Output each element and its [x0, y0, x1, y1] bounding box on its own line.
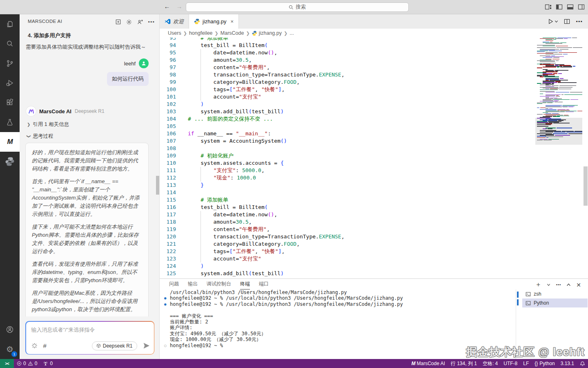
terminal-output[interactable]: /usr/local/bin/python3 /Users/hongfeilee…: [160, 289, 515, 359]
code-line: 105: [160, 123, 535, 130]
line-number: 112: [160, 174, 176, 182]
command-center-search[interactable]: 搜索: [186, 2, 409, 12]
sidebar-item-explorer[interactable]: [0, 14, 20, 34]
ports-status[interactable]: 0: [40, 359, 56, 368]
eol-status[interactable]: LF: [520, 359, 532, 368]
marscode-icon: M: [7, 138, 12, 146]
breadcrumb-item[interactable]: MarsCode: [220, 30, 244, 36]
terminal-line: 账户详情:: [160, 325, 515, 330]
close-panel-icon[interactable]: ✕: [576, 282, 581, 288]
more-actions-icon[interactable]: ⋯: [556, 282, 561, 288]
new-chat-icon[interactable]: [115, 19, 121, 25]
breadcrumb-item[interactable]: ...: [290, 30, 294, 36]
assistant-text: 需要添加具体功能实现或调整结构可以随时告诉我～: [26, 44, 153, 51]
nav-back-icon[interactable]: ←: [163, 3, 172, 10]
close-icon[interactable]: ×: [231, 18, 234, 25]
encoding-status[interactable]: UTF-8: [501, 359, 520, 368]
code-line: 107 system = AccountingSystem(): [160, 137, 535, 145]
sidebar-item-source-control[interactable]: [0, 54, 20, 73]
remote-indicator[interactable]: ><: [0, 359, 14, 368]
more-actions-icon[interactable]: ⋯: [148, 18, 154, 26]
breadcrumb-item[interactable]: hongfeilee: [189, 30, 213, 36]
bell-icon: [580, 361, 585, 366]
toggle-sidebar-icon[interactable]: [556, 4, 563, 10]
toggle-secondary-sidebar-icon[interactable]: [578, 4, 585, 10]
braces-icon: {}: [535, 361, 538, 366]
problems-status[interactable]: 0 0: [14, 359, 40, 368]
command-decoration-mark: [517, 292, 519, 298]
assistant-header: MarsCode AI Deepseek R1: [26, 106, 105, 116]
sidebar-item-run-debug[interactable]: [0, 73, 20, 93]
settings-button[interactable]: ⚙1: [0, 339, 20, 359]
python-version[interactable]: 3.13.1: [558, 359, 577, 368]
panel-tab-problems[interactable]: 问题: [169, 279, 179, 289]
breadcrumb[interactable]: Users❯hongfeilee❯MarsCode❯jizhang.py❯...: [160, 29, 588, 38]
minimap[interactable]: [535, 38, 582, 278]
indentation-status[interactable]: 空格: 4: [480, 359, 501, 368]
toggle-panel-icon[interactable]: [567, 4, 574, 10]
line-number: 115: [160, 196, 176, 204]
skills-icon[interactable]: [31, 343, 38, 349]
panel-tab-output[interactable]: 输出: [188, 279, 198, 289]
marscode-status[interactable]: MMarsCode AI: [408, 359, 448, 368]
sidebar-item-marscode[interactable]: M: [0, 132, 20, 152]
minimap-viewport[interactable]: [535, 118, 582, 145]
scrollbar-thumb[interactable]: [584, 166, 588, 206]
reference-toggle[interactable]: ❯ 引用 1 相关信息: [27, 121, 69, 128]
command-decoration: ●: [164, 301, 166, 307]
share-profile-icon[interactable]: [137, 19, 143, 25]
run-icon: [548, 18, 554, 25]
code-line: 103 system.add_bill(test_bill): [160, 108, 535, 115]
tab-jizhang-py[interactable]: jizhang.py ×: [189, 14, 239, 29]
panel-tab-debug-console[interactable]: 调试控制台: [207, 279, 231, 289]
send-icon[interactable]: [143, 342, 150, 349]
search-icon: [289, 5, 294, 10]
notifications-button[interactable]: [577, 359, 588, 368]
cursor-position[interactable]: 行 134, 列 1: [448, 359, 480, 368]
sidebar-item-extensions[interactable]: [0, 93, 20, 112]
line-number: 108: [160, 145, 176, 152]
code-line: 93 # 添加账单: [160, 38, 535, 42]
terminal-line: [160, 307, 515, 313]
code-editor[interactable]: 93 # 添加账单94 test_bill = BillItem(95 date…: [160, 38, 588, 278]
warning-icon: [28, 361, 33, 366]
terminal-instance-python[interactable]: Python: [522, 298, 588, 307]
panel-tab-ports[interactable]: 端口: [259, 279, 269, 289]
terminal-line: 当前账户数量: 2: [160, 319, 515, 325]
line-number: 118: [160, 218, 176, 226]
sidebar-scrollbar[interactable]: [156, 176, 159, 195]
sidebar-item-search[interactable]: [0, 34, 20, 54]
breadcrumb-item[interactable]: jizhang.py: [252, 30, 282, 36]
code-line: 115 # 添加账单: [160, 196, 535, 204]
nav-forward-icon[interactable]: →: [175, 3, 184, 10]
thinking-toggle[interactable]: ❯ 思考过程: [27, 133, 53, 140]
run-button[interactable]: [548, 18, 558, 25]
panel-tab-terminal[interactable]: 终端: [240, 279, 250, 289]
account-icon: [5, 325, 15, 334]
terminal-instance-zsh[interactable]: zsh: [522, 289, 588, 298]
line-number: 124: [160, 263, 176, 270]
line-number: 114: [160, 189, 176, 196]
code-line: 112 "现金": 1000.0: [160, 174, 535, 182]
breadcrumb-separator: ❯: [246, 31, 249, 36]
chevron-down-icon[interactable]: [547, 283, 550, 287]
editor-scrollbar[interactable]: [583, 38, 588, 278]
code-line: 109 # 初始化账户: [160, 152, 535, 159]
sidebar-item-testing[interactable]: [0, 112, 20, 132]
customize-layout-icon[interactable]: [545, 4, 552, 10]
sidebar-item-python[interactable]: [0, 152, 20, 171]
code-line: 104# ... 前面的类定义保持不变 ...: [160, 115, 535, 123]
model-selector[interactable]: Deepseek R1: [92, 341, 137, 350]
gear-icon[interactable]: [126, 19, 132, 25]
breadcrumb-item[interactable]: Users: [168, 30, 181, 36]
account-button[interactable]: [0, 320, 20, 339]
context-hash-icon[interactable]: #: [43, 342, 47, 349]
maximize-panel-icon[interactable]: [566, 283, 571, 287]
chat-input[interactable]: 输入消息或者"/"来选择指令 # Deepseek R1: [26, 322, 154, 354]
new-terminal-icon[interactable]: ＋: [535, 280, 541, 289]
split-editor-icon[interactable]: [564, 18, 570, 25]
more-actions-icon[interactable]: ⋯: [576, 18, 582, 25]
line-number: 99: [160, 79, 176, 86]
tab-welcome[interactable]: 欢迎: [160, 14, 189, 29]
language-mode[interactable]: {}Python: [532, 359, 557, 368]
